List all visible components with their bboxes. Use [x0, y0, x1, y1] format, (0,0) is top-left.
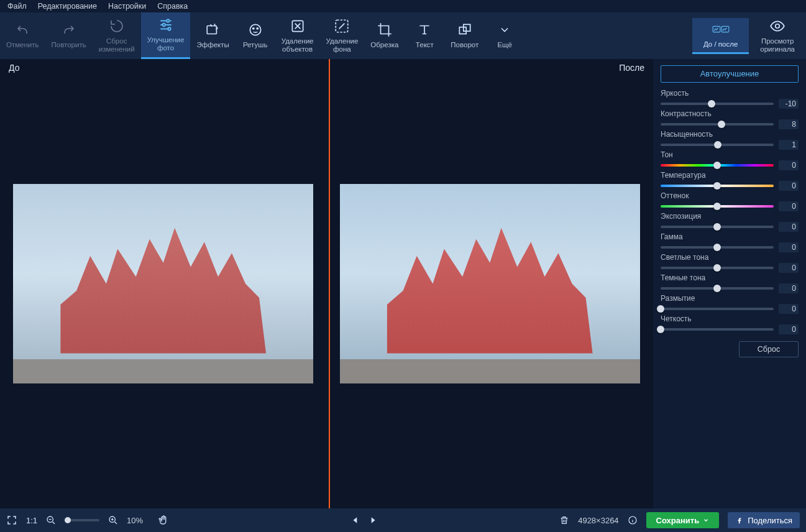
after-pane [327, 59, 654, 508]
reset-sliders-button[interactable]: Сброс [739, 341, 799, 357]
save-label: Сохранить [656, 516, 700, 525]
remove-objects-tool-label: Удаление объектов [282, 37, 314, 53]
slider-value[interactable]: 0 [779, 181, 799, 191]
more-tools-label: Ещё [497, 41, 512, 49]
svg-point-4 [250, 24, 260, 35]
undo-icon [14, 21, 31, 39]
info-button[interactable] [628, 515, 638, 525]
slider-track[interactable] [661, 267, 774, 269]
slider-row-8: Светлые тона0 [661, 253, 799, 273]
rotate-tool-button[interactable]: Поворот [444, 12, 485, 59]
remove-bg-tool-button[interactable]: Удаление фона [320, 12, 365, 59]
svg-point-0 [167, 19, 169, 22]
main-toolbar: Отменить Повторить Сброс изменений Улучш… [0, 12, 806, 59]
slider-value[interactable]: 0 [779, 222, 799, 232]
slider-row-4: Температура0 [661, 171, 799, 191]
slider-value[interactable]: 0 [779, 283, 799, 293]
before-after-toggle[interactable]: До / после [692, 18, 749, 54]
svg-point-1 [162, 24, 165, 26]
slider-row-11: Четкость0 [661, 314, 799, 334]
before-image [13, 184, 313, 383]
slider-value[interactable]: 0 [779, 201, 799, 211]
undo-button[interactable]: Отменить [0, 12, 45, 59]
text-tool-label: Текст [416, 41, 434, 49]
slider-label: Тон [661, 150, 799, 159]
slider-value[interactable]: 1 [779, 140, 799, 150]
slider-label: Светлые тона [661, 253, 799, 262]
zoom-slider[interactable] [65, 519, 99, 521]
compare-icon [712, 21, 730, 38]
svg-point-13 [776, 24, 780, 28]
share-button[interactable]: Поделиться [728, 512, 800, 528]
fit-button[interactable]: 1:1 [26, 516, 37, 525]
slider-value[interactable]: 0 [779, 304, 799, 314]
crop-icon [376, 21, 393, 39]
undo-label: Отменить [6, 41, 39, 49]
slider-label: Оттенок [661, 191, 799, 200]
slider-track[interactable] [661, 328, 774, 331]
slider-value[interactable]: 0 [779, 242, 799, 252]
zoom-out-button[interactable] [46, 515, 56, 525]
effects-tool-button[interactable]: Эффекты [190, 12, 235, 59]
slider-track[interactable] [661, 287, 774, 290]
slider-label: Яркость [661, 89, 799, 98]
slider-track[interactable] [661, 308, 774, 310]
crop-tool-button[interactable]: Обрезка [364, 12, 405, 59]
slider-track[interactable] [661, 103, 774, 105]
save-button[interactable]: Сохранить [646, 512, 720, 528]
slider-row-2: Насыщенность1 [661, 130, 799, 150]
sliders-icon [157, 16, 175, 34]
slider-value[interactable]: 8 [779, 119, 799, 129]
rotate-tool-label: Поворот [451, 41, 479, 49]
prev-image-button[interactable] [351, 516, 360, 525]
svg-rect-9 [459, 27, 466, 34]
slider-track[interactable] [661, 144, 774, 146]
slider-row-0: Яркость-10 [661, 89, 799, 109]
split-handle[interactable] [329, 59, 330, 508]
slider-track[interactable] [661, 226, 774, 228]
slider-value[interactable]: -10 [779, 99, 799, 109]
retouch-tool-label: Ретушь [243, 41, 268, 49]
redo-button[interactable]: Повторить [45, 12, 93, 59]
menu-settings[interactable]: Настройки [108, 2, 146, 11]
slider-label: Темные тона [661, 273, 799, 282]
slider-track[interactable] [661, 205, 774, 208]
face-icon [247, 21, 264, 39]
slider-value[interactable]: 0 [779, 263, 799, 273]
before-pane [0, 59, 327, 508]
menu-file[interactable]: Файл [7, 2, 27, 11]
text-tool-button[interactable]: Текст [405, 12, 444, 59]
menu-edit[interactable]: Редактирование [38, 2, 97, 11]
svg-point-6 [257, 28, 258, 29]
fullscreen-button[interactable] [6, 515, 17, 526]
canvas-area[interactable]: До После [0, 59, 653, 508]
svg-point-2 [168, 27, 170, 30]
remove-objects-tool-button[interactable]: Удаление объектов [275, 12, 320, 59]
slider-track[interactable] [661, 164, 774, 167]
zoom-in-button[interactable] [108, 515, 118, 525]
menu-help[interactable]: Справка [157, 2, 188, 11]
reset-changes-button[interactable]: Сброс изменений [93, 12, 141, 59]
hand-tool-button[interactable] [158, 515, 169, 526]
view-original-button[interactable]: Просмотр оригинала [749, 15, 806, 57]
enhance-tool-button[interactable]: Улучшение фото [141, 12, 191, 59]
view-original-label: Просмотр оригинала [760, 37, 795, 53]
slider-track[interactable] [661, 185, 774, 187]
retouch-tool-button[interactable]: Ретушь [236, 12, 275, 59]
enhance-tool-label: Улучшение фото [147, 36, 185, 52]
slider-track[interactable] [661, 246, 774, 249]
slider-label: Экспозиция [661, 212, 799, 221]
slider-value[interactable]: 0 [779, 324, 799, 334]
reset-icon [108, 17, 126, 35]
next-image-button[interactable] [369, 516, 377, 525]
slider-row-10: Размытие0 [661, 294, 799, 314]
more-tools-button[interactable]: Ещё [485, 12, 524, 59]
eye-icon [769, 17, 786, 35]
auto-enhance-button[interactable]: Автоулучшение [661, 65, 799, 83]
delete-button[interactable] [559, 515, 569, 525]
slider-track[interactable] [661, 123, 774, 126]
slider-label: Четкость [661, 314, 799, 323]
menu-bar: Файл Редактирование Настройки Справка [0, 0, 806, 12]
chevron-down-icon [496, 21, 513, 39]
slider-value[interactable]: 0 [779, 160, 799, 170]
